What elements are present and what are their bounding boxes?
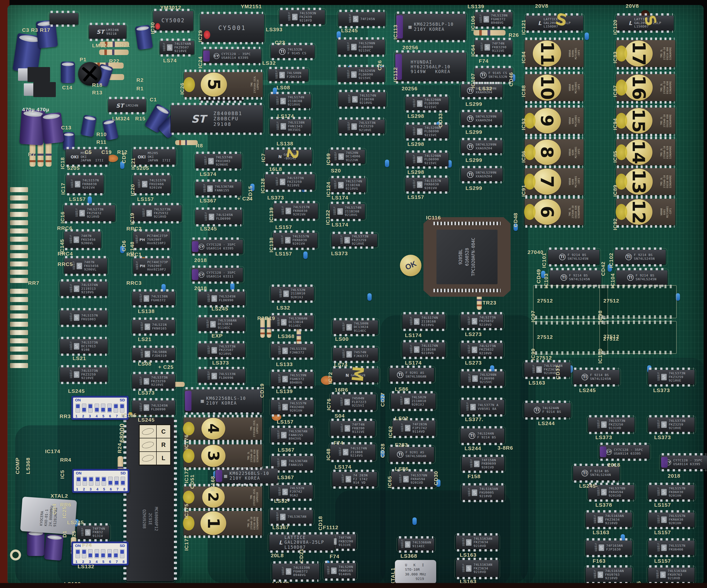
thailand-marking: TL HA AN ID	[207, 346, 210, 354]
sig-logo: S	[598, 516, 603, 523]
dip-switch-face: ONSD12345678	[74, 471, 128, 491]
thailand-marking: TL HA AN ID	[400, 397, 403, 405]
dip-switch-slider	[75, 549, 80, 558]
ic-chip: TL HA AN IDS74LS174N 211BI68 9210VG	[338, 92, 386, 107]
chip-legs	[272, 357, 313, 360]
chip-legs	[339, 107, 385, 109]
chip-legs	[391, 462, 433, 464]
phi-logo: PH	[140, 264, 145, 268]
sig-logo: S	[414, 346, 419, 353]
sig-logo: S	[145, 323, 150, 330]
chip-legs	[333, 382, 378, 385]
silkscreen-label: + C24	[237, 196, 253, 202]
capacitor-bead	[584, 33, 589, 40]
silkscreen-label: IC21	[130, 158, 136, 170]
dip-switch-slider	[101, 549, 105, 558]
silkscreen-label: 16R6	[335, 387, 348, 393]
chip-legs	[193, 237, 242, 240]
chip-legs	[462, 125, 502, 127]
dip-switch-face: ONSD12345678	[73, 543, 127, 564]
chip-marking: F 9214 BS SN74LS245N	[569, 274, 590, 281]
ic-chip: TL HA AN IDS74LS157N FKR6030 9201VH	[273, 203, 318, 219]
thailand-marking: TL HA AN ID	[657, 544, 660, 552]
sig-logo: S	[472, 375, 478, 382]
silkscreen-label: IC24	[197, 56, 203, 68]
chip-marking: 74S04N FLD7223 9215VI	[352, 396, 366, 408]
ic-chip: CYCY7C128 - 35PC USA9114 63311	[192, 268, 243, 281]
silkscreen-label: LS157	[277, 419, 294, 425]
ic-chip: TL HA AN IDS74LS168AN DC13B34 9114EC	[198, 317, 245, 331]
plcc-pins-top	[434, 222, 501, 225]
ic-chip: TI74LS32N F 9145 CS	[271, 45, 314, 58]
sig-logo: S	[346, 324, 352, 331]
eprom-legs	[617, 105, 674, 108]
chip-legs	[649, 483, 694, 485]
silkscreen-label: LS373	[653, 387, 670, 393]
ic-chip: TL HA AN IDS74LS373N FKZ3259 9210VE	[648, 417, 695, 432]
sig-logo: S	[472, 318, 477, 324]
chip-legs	[61, 296, 107, 298]
silkscreen-label: LS157	[275, 224, 292, 230]
silkscreen-label: 2018	[194, 257, 207, 263]
chip-legs	[272, 442, 313, 445]
dip-switch: ONSD12345678	[71, 542, 129, 565]
chip-marking: 74LS20N FKN0165 9148VG	[339, 565, 353, 576]
gold-number-sticker: 7	[533, 169, 561, 195]
sig-logo: S	[417, 181, 423, 188]
chip-legs	[280, 24, 324, 26]
chip-marking: 7407N FKU3456 9206VL	[84, 261, 99, 272]
chip-legs	[396, 50, 465, 53]
dip-switch: ONSD12345678	[71, 396, 129, 420]
ic-chip: TL HA AN IDS74LS163AN FKU9005 9210VD	[462, 485, 504, 500]
silkscreen-label: LS21	[138, 336, 152, 342]
chip-legs	[475, 10, 511, 12]
sig-logo: S	[405, 425, 410, 431]
silkscreen-label: IC98	[597, 310, 603, 322]
ic-chip: TL HA AN IDS74LS273N FKZ5832 9210VD	[461, 343, 503, 356]
chip-legs	[269, 81, 307, 83]
chip-legs	[331, 147, 364, 150]
mc68000-cpu: MC68000P12 2C91E QZHU9208CRL	[126, 417, 174, 581]
ti-logo: TI	[559, 254, 566, 260]
silkscreen-label: LS163	[529, 380, 545, 386]
silkscreen-label: LS373	[595, 435, 612, 440]
thailand-marking: TL HA AN ID	[136, 236, 138, 244]
chip-marking: 74LS133N FJH6372	[290, 347, 307, 354]
chip-marking: 74LS298N FLD6990 9215VC	[425, 126, 441, 137]
edge-connector-finger	[10, 305, 28, 310]
chip-legs	[334, 318, 377, 320]
ic-chip: TL HA AN IDS74LS157N FKR6030 9201VH	[648, 512, 695, 527]
silkscreen-label: IC85	[612, 151, 618, 163]
gold-number-sticker: 6	[533, 199, 561, 225]
silkscreen-label: C1	[150, 97, 157, 103]
silkscreen-label: R10	[96, 131, 107, 137]
dip-number: 2	[82, 414, 84, 418]
silkscreen-label: LS373	[267, 195, 284, 201]
chip-legs	[270, 532, 333, 534]
ic-chip: TL HA AN IDS74LS273N FKZ5832 9210VD	[64, 205, 115, 221]
eprom-side-marking: V88AA 9209 M27C4001 -15F1	[568, 115, 580, 127]
dip-switch-numbers: 12345678	[74, 487, 128, 491]
edge-connector-finger	[10, 220, 28, 225]
chip-marking: 74S20N DC14D06 9122VK	[346, 151, 360, 162]
ic-chip: STLM324N	[108, 99, 146, 112]
thailand-marking: TL HA AN ID	[279, 289, 282, 298]
silkscreen-label: LS163	[593, 529, 609, 535]
ic-chip: TL HA AN IDS74LS157N FKU1003	[60, 310, 108, 325]
silkscreen-label: R21	[120, 42, 130, 48]
chip-legs	[462, 397, 503, 400]
chip-marking: 74LS367AN FAN6155	[289, 459, 307, 466]
thailand-marking: TL HA AN ID	[281, 207, 284, 215]
chip-legs	[134, 248, 169, 250]
silkscreen-label: LS298	[407, 141, 424, 147]
chip-legs	[462, 341, 502, 343]
chip-legs	[406, 110, 447, 113]
silkscreen-label: IC30	[150, 22, 156, 34]
silkscreen-label: LS298	[407, 169, 424, 175]
chip-marking: 74LS157N FKR6030 9201VH	[82, 179, 99, 190]
gold-number-sticker: 9	[533, 108, 561, 133]
chip-legs	[90, 23, 125, 25]
sig-logo: S	[470, 404, 476, 410]
silkscreen-label: LS157	[407, 194, 424, 200]
chip-legs	[391, 366, 433, 368]
